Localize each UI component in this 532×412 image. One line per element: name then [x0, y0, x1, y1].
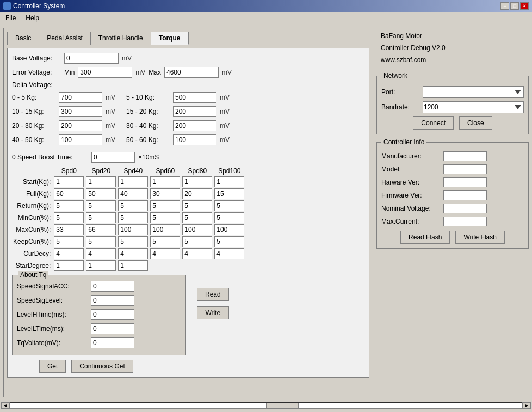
- about-tq-field-2: LevelHTime(ms):: [17, 309, 181, 320]
- bottom-buttons: Get Continuous Get: [12, 360, 364, 373]
- error-max-input[interactable]: [164, 67, 219, 78]
- range-10-15-input[interactable]: [59, 106, 102, 117]
- read-write-buttons: Read Write: [197, 288, 229, 319]
- grid-input-r4-c1[interactable]: [86, 224, 116, 235]
- about-tq-input-2[interactable]: [91, 309, 134, 320]
- grid-input-r0-c0[interactable]: [54, 176, 84, 187]
- grid-input-r5-c1[interactable]: [86, 236, 116, 247]
- boost-input[interactable]: [91, 152, 135, 163]
- grid-input-r4-c2[interactable]: [118, 224, 148, 235]
- scroll-left-button[interactable]: ◄: [1, 402, 10, 409]
- write-flash-button[interactable]: Write Flash: [455, 231, 504, 244]
- about-tq-title: About Tq: [18, 271, 48, 279]
- menu-help[interactable]: Help: [23, 13, 41, 23]
- tab-basic[interactable]: Basic: [7, 32, 39, 45]
- grid-input-r0-c1[interactable]: [86, 176, 116, 187]
- grid-input-r2-c2[interactable]: [118, 200, 148, 211]
- grid-input-r2-c0[interactable]: [54, 200, 84, 211]
- model-label: Model:: [381, 165, 441, 173]
- grid-input-r5-c2[interactable]: [118, 236, 148, 247]
- tab-torque[interactable]: Torque: [151, 32, 189, 45]
- grid-row-label-2: Return(Kg):: [12, 200, 53, 212]
- grid-input-r1-c1[interactable]: [86, 188, 116, 199]
- range-40-50-label: 40 - 50 Kg:: [12, 136, 55, 144]
- range-30-40-input[interactable]: [173, 120, 216, 131]
- read-flash-button[interactable]: Read Flash: [400, 231, 450, 244]
- menu-file[interactable]: File: [3, 13, 18, 23]
- grid-input-r3-c4[interactable]: [182, 212, 212, 223]
- grid-input-r3-c1[interactable]: [86, 212, 116, 223]
- grid-input-r4-c4[interactable]: [182, 224, 212, 235]
- network-group: Network Port: Bandrate: 1200240048009600…: [376, 76, 529, 134]
- range-5-10-input[interactable]: [173, 92, 216, 103]
- about-tq-input-4[interactable]: [91, 337, 134, 348]
- grid-input-r3-c2[interactable]: [118, 212, 148, 223]
- port-select[interactable]: [423, 86, 524, 98]
- scroll-right-button[interactable]: ►: [522, 402, 531, 409]
- grid-input-r6-c3[interactable]: [150, 248, 180, 259]
- grid-input-r2-c4[interactable]: [182, 200, 212, 211]
- minimize-button[interactable]: −: [500, 2, 509, 10]
- read-button[interactable]: Read: [197, 288, 229, 301]
- range-20-30-input[interactable]: [59, 120, 102, 131]
- grid-input-r6-c1[interactable]: [86, 248, 116, 259]
- grid-input-r4-c3[interactable]: [150, 224, 180, 235]
- grid-input-r2-c3[interactable]: [150, 200, 180, 211]
- grid-input-r5-c4[interactable]: [182, 236, 212, 247]
- connect-button[interactable]: Connect: [413, 116, 454, 130]
- delta-left-col: 0 - 5 Kg:mV 10 - 15 Kg:mV 20 - 30 Kg:mV …: [12, 92, 115, 149]
- grid-input-r2-c1[interactable]: [86, 200, 116, 211]
- grid-input-r1-c5[interactable]: [214, 188, 244, 199]
- left-panel: Basic Pedal Assist Throttle Handle Torqu…: [3, 28, 373, 397]
- restore-button[interactable]: □: [510, 2, 519, 10]
- grid-input-r4-c5[interactable]: [214, 224, 244, 235]
- error-max-label: Max: [149, 69, 161, 76]
- hardware-ver-row: Harware Ver:: [381, 177, 524, 187]
- grid-input-r1-c3[interactable]: [150, 188, 180, 199]
- grid-input-r5-c0[interactable]: [54, 236, 84, 247]
- hardware-ver-label: Harware Ver:: [381, 179, 441, 186]
- range-50-60-input[interactable]: [173, 134, 216, 145]
- close-button[interactable]: ✕: [520, 2, 529, 10]
- get-button[interactable]: Get: [39, 360, 66, 373]
- grid-input-r0-c4[interactable]: [182, 176, 212, 187]
- grid-input-r1-c4[interactable]: [182, 188, 212, 199]
- about-tq-input-0[interactable]: [91, 281, 134, 292]
- base-voltage-input[interactable]: [64, 53, 119, 64]
- write-button[interactable]: Write: [197, 306, 229, 319]
- tab-throttle-handle[interactable]: Throttle Handle: [90, 32, 151, 45]
- grid-row-label-6: CurDecy:: [12, 248, 53, 260]
- error-min-input[interactable]: [78, 67, 132, 78]
- grid-input-r3-c5[interactable]: [214, 212, 244, 223]
- grid-input-r4-c0[interactable]: [54, 224, 84, 235]
- grid-input-r1-c0[interactable]: [54, 188, 84, 199]
- grid-input-r5-c3[interactable]: [150, 236, 180, 247]
- grid-input-r3-c0[interactable]: [54, 212, 84, 223]
- grid-input-r0-c5[interactable]: [214, 176, 244, 187]
- grid-input-r7-c1[interactable]: [86, 260, 116, 271]
- grid-input-r3-c3[interactable]: [150, 212, 180, 223]
- scroll-track[interactable]: [10, 402, 522, 409]
- close-conn-button[interactable]: Close: [459, 116, 492, 130]
- range-15-20-input[interactable]: [173, 106, 216, 117]
- about-tq-input-1[interactable]: [91, 295, 134, 306]
- grid-input-r0-c3[interactable]: [150, 176, 180, 187]
- grid-input-r6-c0[interactable]: [54, 248, 84, 259]
- grid-input-r6-c5[interactable]: [214, 248, 244, 259]
- grid-input-r6-c4[interactable]: [182, 248, 212, 259]
- range-0-5-input[interactable]: [59, 92, 102, 103]
- grid-input-r6-c2[interactable]: [118, 248, 148, 259]
- grid-input-r0-c2[interactable]: [118, 176, 148, 187]
- grid-input-r2-c5[interactable]: [214, 200, 244, 211]
- bandrate-select[interactable]: 12002400480096001920038400: [423, 101, 524, 113]
- about-tq-input-3[interactable]: [91, 323, 134, 334]
- grid-input-r7-c0[interactable]: [54, 260, 84, 271]
- horizontal-scrollbar[interactable]: ◄ ►: [0, 401, 532, 409]
- grid-input-r5-c5[interactable]: [214, 236, 244, 247]
- grid-input-r7-c2[interactable]: [118, 260, 148, 271]
- grid-input-r1-c2[interactable]: [118, 188, 148, 199]
- range-40-50-input[interactable]: [59, 134, 102, 145]
- continuous-get-button[interactable]: Continuous Get: [71, 360, 133, 373]
- scroll-thumb[interactable]: [266, 403, 299, 408]
- tab-pedal-assist[interactable]: Pedal Assist: [39, 32, 90, 45]
